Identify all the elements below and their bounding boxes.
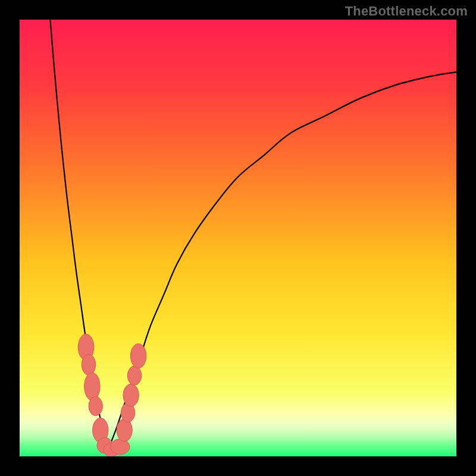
data-dot <box>82 354 95 375</box>
data-dot <box>84 372 100 400</box>
data-dot <box>130 344 146 368</box>
data-dot <box>89 396 102 415</box>
plot-area <box>20 20 456 456</box>
watermark-text: TheBottleneck.com <box>345 4 468 19</box>
chart-frame: TheBottleneck.com <box>0 0 476 476</box>
data-dot <box>123 384 139 406</box>
curve-layer <box>20 20 456 456</box>
data-dot <box>127 366 141 385</box>
curve-right-branch <box>107 72 456 452</box>
